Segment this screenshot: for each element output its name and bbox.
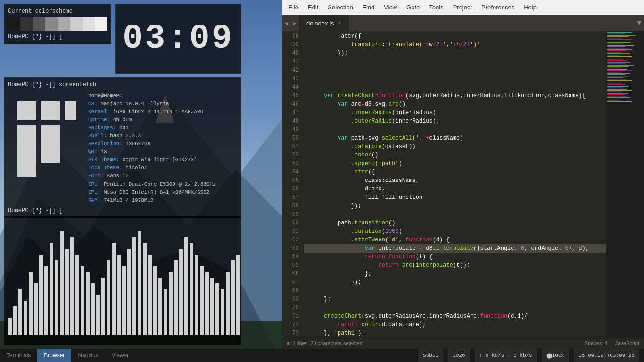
taskbar-terminals[interactable]: Terminals (0, 349, 37, 362)
screenfetch-footer: HomePC {"} -]] [ (8, 207, 237, 214)
menu-view[interactable]: View (379, 2, 402, 13)
line-number: 53 (282, 159, 299, 168)
code-line (304, 58, 606, 66)
tab-nav-left[interactable]: ◀ (282, 15, 290, 31)
code-line: return color(d.data.name); (304, 321, 606, 329)
code-line (304, 74, 606, 83)
code-line (304, 304, 606, 312)
sf-shell: Shell: bash 5.0.3 (88, 132, 237, 140)
colorscheme-title: Current colorscheme: (8, 8, 107, 15)
color-swatches (8, 17, 107, 31)
battery-segment: ⬤ 100% (542, 349, 569, 362)
vis-bar (70, 237, 74, 335)
svg-rect-14 (41, 125, 60, 163)
screenfetch-content: home@HomePC OS: Manjaro 18.0.4 Illyria K… (8, 92, 237, 205)
status-right: Spaces: 4 JavaScript (585, 340, 639, 346)
line-number: 48 (282, 117, 299, 125)
tab-dropdown[interactable]: ▼ (635, 19, 644, 27)
vis-bar (221, 289, 224, 335)
vis-bar (236, 255, 240, 335)
menu-preferences[interactable]: Preferences (477, 2, 519, 13)
code-line: createChart(svg,outerRadiusArc,innerRadi… (304, 312, 606, 321)
screenfetch-title: HomePC {"} -]] screenfetch (8, 82, 237, 88)
code-line: }; (304, 270, 606, 278)
sf-font: Font: Sans 10 (88, 172, 237, 180)
swatch-4 (45, 17, 58, 31)
code-line: .duration(1000) (304, 227, 606, 236)
line-number: 61 (282, 227, 299, 236)
taskbar-viewer[interactable]: Viewer (105, 349, 135, 362)
code-line: }); (304, 278, 606, 287)
taskbar-viewer-label: Viewer (112, 352, 129, 359)
tab-active[interactable]: doindex.js × (299, 15, 349, 31)
tab-close-button[interactable]: × (338, 20, 341, 26)
taskbar-terminals-label: Terminals (7, 352, 31, 359)
taskbar-right: Sub13 1026 ↑ 8 kb/s ↓ 8 kb/s ⬤ 100% 05.0… (418, 349, 644, 362)
code-line: var arc=d3.svg.arc() (304, 100, 606, 108)
svg-rect-13 (17, 125, 36, 177)
line-number: 42 (282, 66, 299, 74)
code-line: transform:'translate('+w/2+','+h/2+')' (304, 41, 606, 49)
swatch-1 (8, 17, 20, 31)
menu-goto[interactable]: Goto (402, 2, 424, 13)
menu-help[interactable]: Help (519, 2, 541, 13)
line-number: 44 (282, 83, 299, 91)
vis-bar (158, 278, 162, 335)
line-number: 73 (282, 329, 299, 337)
code-line (304, 125, 606, 134)
code-line: return arc(interpolate(t)); (304, 261, 606, 270)
sf-icon: Icon Theme: hicolor (88, 164, 237, 172)
code-content[interactable]: .attr({ transform:'translate('+w/2+','+h… (302, 31, 606, 337)
vis-bar (215, 283, 219, 335)
menu-file[interactable]: File (284, 2, 303, 13)
distro-logo (8, 92, 83, 181)
line-col: 1026 (453, 353, 465, 358)
vis-bar (143, 243, 147, 335)
visualizer-canvas (4, 216, 241, 345)
vis-bar (55, 260, 58, 335)
tab-nav-right[interactable]: ▶ (290, 15, 299, 31)
vis-bar (138, 231, 141, 335)
menu-find[interactable]: Find (358, 2, 379, 13)
line-number: 71 (282, 312, 299, 321)
code-line: .innerRadius(outerRadius) (304, 108, 606, 117)
line-number: 62 (282, 236, 299, 244)
status-text: 2 lines, 20 characters selected (292, 340, 363, 346)
sf-user: home@HomePC (88, 92, 237, 100)
vis-bar (190, 243, 193, 335)
line-col-segment: 1026 (448, 349, 470, 362)
vis-bar (117, 255, 121, 335)
sf-gpu: GPU: Mesa DRI Intel(R) G41 x86/MMX/SSE2 (88, 189, 237, 197)
vis-bar (86, 272, 90, 335)
menu-project[interactable]: Project (448, 2, 477, 13)
menu-edit[interactable]: Edit (303, 2, 323, 13)
vis-bar (29, 272, 33, 335)
line-number: 56 (282, 185, 299, 193)
taskbar-browser[interactable]: Browser (37, 349, 71, 362)
code-line: }); (304, 49, 606, 58)
line-number: 67 (282, 278, 299, 287)
editor-name-segment: Sub13 (418, 349, 443, 362)
line-number: 64 (282, 253, 299, 261)
menu-selection[interactable]: Selection (323, 2, 357, 13)
sf-packages: Packages: 901 (88, 124, 237, 132)
status-bar: ≡ 2 lines, 20 characters selected Spaces… (282, 337, 644, 349)
swatch-6 (70, 17, 82, 31)
colorscheme-cmd: HomePC {"} -]] [ (8, 33, 107, 40)
editor-name: Sub13 (423, 353, 438, 358)
vis-bar (13, 306, 17, 335)
vis-bar (169, 272, 173, 335)
svg-rect-11 (41, 101, 60, 120)
swatch-3 (33, 17, 45, 31)
vis-bar (75, 255, 79, 335)
menu-tools[interactable]: Tools (424, 2, 448, 13)
tab-filename: doindex.js (306, 20, 334, 27)
line-number: 70 (282, 304, 299, 312)
battery-level: 100% (552, 353, 564, 358)
code-area: 3839404142434445464748495051525354555657… (282, 31, 644, 337)
vis-bar (112, 243, 116, 335)
taskbar-nautilus[interactable]: Nautilus (71, 349, 105, 362)
code-line: .outerRadius(innerRadius); (304, 117, 606, 125)
svg-rect-12 (65, 101, 76, 120)
line-number: 59 (282, 210, 299, 219)
